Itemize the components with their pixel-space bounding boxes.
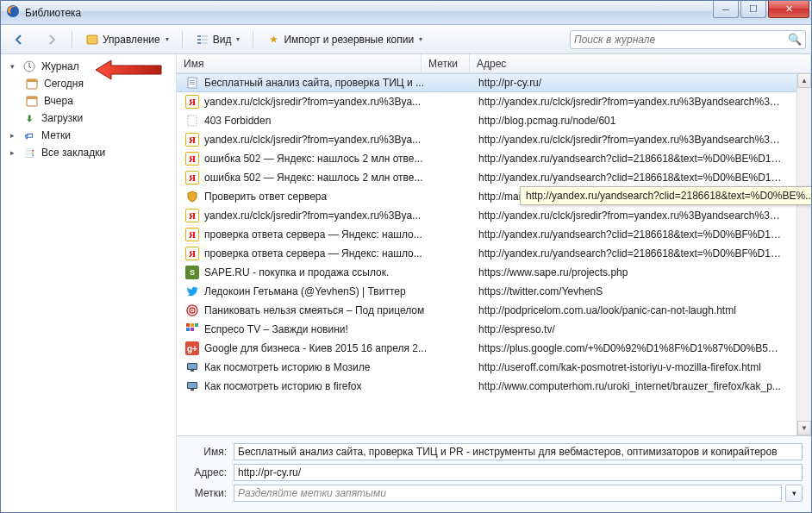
blank-icon — [185, 114, 199, 128]
sidebar-bookmarks[interactable]: ▸ 📑 Все закладки — [1, 144, 176, 161]
view-menu[interactable]: Вид — [190, 29, 247, 50]
details-name-field[interactable]: Бесплатный анализ сайта, проверка ТИЦ и … — [234, 443, 803, 460]
yandex-icon: Я — [185, 152, 199, 166]
scroll-down-icon[interactable]: ▼ — [797, 421, 811, 435]
row-name: ошибка 502 — Яндекс: нашлось 2 млн отве.… — [204, 172, 430, 184]
row-name: yandex.ru/clck/jsredir?from=yandex.ru%3B… — [204, 134, 430, 146]
row-address: http://podpricelom.com.ua/look/panic-can… — [478, 304, 811, 316]
main-panel: Имя Метки Адрес Бесплатный анализ сайта,… — [177, 54, 811, 512]
sidebar-bookmarks-label: Все закладки — [41, 147, 105, 159]
row-name: Как посмотреть историю в firefox — [204, 380, 430, 392]
row-address: http://yandex.ru/clck/jsredir?from=yande… — [478, 210, 811, 222]
row-name: Ледокоин Гетьмана (@YevhenS) | Твиттер — [204, 285, 430, 297]
svg-rect-26 — [191, 328, 194, 331]
history-row[interactable]: Яошибка 502 — Яндекс: нашлось 2 млн отве… — [177, 168, 811, 187]
row-name: 403 Forbidden — [204, 115, 430, 127]
svg-rect-15 — [190, 82, 195, 83]
details-pane: Имя: Бесплатный анализ сайта, проверка Т… — [177, 435, 811, 512]
row-name: Как посмотреть историю в Мозиле — [204, 361, 430, 373]
yandex-icon: Я — [185, 171, 199, 185]
sidebar-today-label: Сегодня — [44, 78, 84, 90]
svg-rect-29 — [191, 370, 194, 372]
details-addr-label: Адрес: — [185, 466, 227, 479]
history-row[interactable]: Япроверка ответа сервера — Яндекс: нашло… — [177, 225, 811, 244]
import-menu[interactable]: ★ Импорт и резервные копии — [260, 29, 428, 50]
expander-closed-icon[interactable]: ▸ — [8, 131, 17, 141]
svg-rect-14 — [190, 80, 195, 81]
search-input[interactable] — [574, 34, 788, 46]
details-tags-field[interactable]: Разделяйте метки запятыми — [234, 485, 782, 502]
history-list[interactable]: Бесплатный анализ сайта, проверка ТИЦ и … — [177, 73, 811, 435]
details-addr-field[interactable]: http://pr-cy.ru/ — [234, 464, 803, 481]
row-address: http://www.computerhom.ru/uroki_internet… — [478, 380, 811, 392]
calendar-icon — [25, 94, 39, 108]
maximize-button[interactable]: ☐ — [740, 1, 766, 18]
sidebar-yesterday[interactable]: Вчера — [1, 92, 176, 109]
row-name: проверка ответа сервера — Яндекс: нашло.… — [204, 247, 430, 260]
sidebar-tags[interactable]: ▸ 🏷 Метки — [1, 127, 176, 144]
svg-rect-23 — [191, 323, 194, 327]
yandex-icon: Я — [185, 247, 199, 260]
calendar-icon — [25, 77, 39, 91]
expander-closed-icon[interactable]: ▸ — [8, 148, 17, 158]
history-row[interactable]: Как посмотреть историю в Мозилеhttp://us… — [177, 358, 811, 377]
history-row[interactable]: SSAPE.RU - покупка и продажа ссылок.http… — [177, 263, 811, 282]
column-tags[interactable]: Метки — [422, 54, 470, 72]
expander-open-icon[interactable]: ▾ — [8, 62, 17, 72]
back-button[interactable] — [6, 29, 32, 50]
separator — [253, 31, 253, 48]
tags-dropdown-button[interactable]: ▾ — [785, 485, 803, 502]
twitter-icon — [185, 285, 199, 298]
history-row[interactable]: Ледокоин Гетьмана (@YevhenS) | Твиттерht… — [177, 282, 811, 301]
yandex-icon: Я — [185, 209, 199, 222]
manage-icon — [85, 33, 99, 47]
history-row[interactable]: Яyandex.ru/clck/jsredir?from=yandex.ru%3… — [177, 206, 811, 225]
forward-button[interactable] — [39, 29, 65, 50]
history-row[interactable]: Еспресо TV – Завжди новини!http://espres… — [177, 320, 811, 339]
column-address[interactable]: Адрес — [470, 54, 811, 72]
row-name: yandex.ru/clck/jsredir?from=yandex.ru%3B… — [204, 210, 430, 222]
view-icon — [196, 33, 209, 47]
history-row[interactable]: Бесплатный анализ сайта, проверка ТИЦ и … — [177, 73, 811, 92]
search-icon[interactable]: 🔍 — [788, 33, 802, 46]
close-button[interactable]: ✕ — [768, 1, 809, 18]
row-name: Google для бизнеса - Киев 2015 16 апреля… — [204, 342, 430, 354]
history-row[interactable]: Паниковать нельзя смеяться – Под прицело… — [177, 301, 811, 320]
sidebar: ▾ Журнал Сегодня Вчера ⬇ Загрузки ▸ 🏷 Ме… — [1, 54, 177, 512]
sidebar-today[interactable]: Сегодня — [1, 75, 176, 92]
details-name-label: Имя: — [185, 446, 227, 458]
bookmarks-icon: 📑 — [22, 146, 36, 160]
yandex-icon: Я — [185, 228, 199, 241]
page-icon — [185, 76, 199, 90]
espreso-icon — [185, 322, 199, 336]
row-name: Паниковать нельзя смеяться – Под прицело… — [204, 304, 430, 316]
history-row[interactable]: 403 Forbiddenhttp://blog.pcmag.ru/node/6… — [177, 111, 811, 130]
history-row[interactable]: Яошибка 502 — Яндекс: нашлось 2 млн отве… — [177, 149, 811, 168]
svg-rect-10 — [27, 79, 37, 82]
scroll-up-icon[interactable]: ▲ — [797, 73, 811, 88]
scrollbar[interactable]: ▲ ▼ — [796, 73, 811, 435]
row-address: http://yandex.ru/yandsearch?clid=2186618… — [478, 172, 811, 184]
svg-rect-5 — [202, 35, 208, 37]
sidebar-downloads[interactable]: ⬇ Загрузки — [1, 109, 176, 127]
row-name: ошибка 502 — Яндекс: нашлось 2 млн отве.… — [204, 153, 430, 165]
history-row[interactable]: g+Google для бизнеса - Киев 2015 16 апре… — [177, 339, 811, 358]
view-label: Вид — [213, 34, 232, 46]
history-row[interactable]: Яyandex.ru/clck/jsredir?from=yandex.ru%3… — [177, 92, 811, 111]
svg-point-20 — [191, 310, 193, 311]
row-name: SAPE.RU - покупка и продажа ссылок. — [204, 266, 430, 278]
history-row[interactable]: Яyandex.ru/clck/jsredir?from=yandex.ru%3… — [177, 130, 811, 149]
column-name[interactable]: Имя — [177, 54, 422, 72]
svg-rect-25 — [186, 328, 190, 331]
mon-icon — [185, 379, 199, 393]
history-row[interactable]: Япроверка ответа сервера — Яндекс: нашло… — [177, 244, 811, 263]
star-icon: ★ — [266, 33, 280, 47]
manage-menu[interactable]: Управление — [79, 29, 175, 50]
search-box[interactable]: 🔍 — [570, 30, 806, 49]
minimize-button[interactable]: ─ — [713, 1, 739, 18]
sidebar-history[interactable]: ▾ Журнал — [1, 58, 176, 75]
sidebar-downloads-label: Загрузки — [41, 112, 83, 124]
url-tooltip: http://yandex.ru/yandsearch?clid=2186618… — [520, 186, 811, 205]
svg-rect-6 — [202, 39, 208, 41]
history-row[interactable]: Как посмотреть историю в firefoxhttp://w… — [177, 377, 811, 396]
